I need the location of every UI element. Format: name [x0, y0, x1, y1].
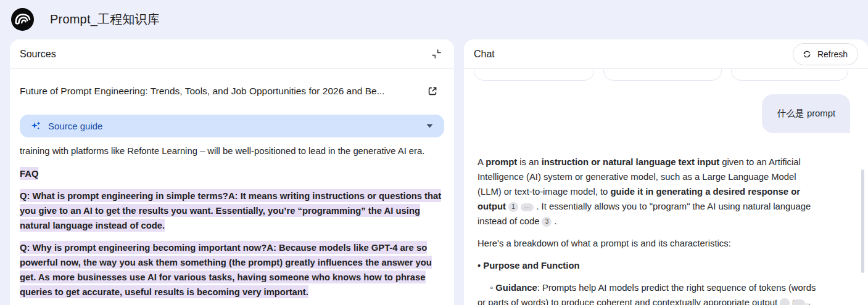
source-document-title: Future of Prompt Engineering: Trends, To…	[20, 86, 385, 97]
response-text: Here's a breakdown of what a prompt is a…	[477, 238, 731, 248]
citation-ellipsis-badge[interactable]: …	[792, 299, 805, 305]
response-text-bold: Purpose and Function	[483, 261, 579, 270]
response-paragraph: A prompt is an instruction or natural la…	[477, 155, 822, 229]
chat-panel-header: Chat Refresh	[464, 39, 868, 69]
response-paragraph: • Purpose and Function	[477, 258, 822, 273]
response-text: is an	[517, 157, 541, 167]
response-text: •	[477, 261, 483, 270]
open-source-button[interactable]	[424, 83, 440, 99]
response-paragraph: ◦ Guidance: Prompts help AI models predi…	[477, 280, 822, 305]
open-in-new-icon	[426, 85, 439, 97]
source-paragraph: Q: What is prompt engineering in simple …	[20, 188, 444, 232]
source-document-row[interactable]: Future of Prompt Engineering: Trends, To…	[20, 83, 440, 99]
source-paragraph: Q: Why is prompt engineering becoming im…	[20, 240, 444, 299]
response-text-bold: instruction or natural language text inp…	[542, 157, 720, 167]
assistant-response: A prompt is an instruction or natural la…	[477, 155, 822, 305]
response-text: ◦	[490, 283, 495, 293]
suggestion-chip[interactable]	[474, 70, 594, 81]
source-paragraph: training with platforms like Refonte Lea…	[20, 144, 444, 158]
chat-scroll-area: 什么是 prompt A prompt is an instruction or…	[464, 70, 868, 305]
sources-panel-header: Sources	[10, 39, 454, 69]
collapse-icon	[431, 48, 442, 60]
suggestion-chips-row	[474, 70, 858, 81]
citation-badge[interactable]: 1	[508, 202, 518, 212]
citation-badge[interactable]: 6	[780, 298, 790, 305]
top-bar: Prompt_工程知识库	[0, 0, 868, 38]
user-message-row: 什么是 prompt	[464, 81, 868, 133]
suggestion-chip[interactable]	[731, 70, 848, 81]
refresh-label: Refresh	[817, 49, 848, 59]
source-paragraph: FAQ	[20, 166, 444, 181]
caret-down-icon	[426, 124, 433, 128]
response-text-bold: Guidance	[495, 283, 537, 293]
spark-icon	[31, 121, 41, 131]
refresh-icon	[802, 49, 812, 59]
chat-panel: Chat Refresh 什么是 prompt A prompt is an i…	[464, 39, 868, 305]
source-guide-button[interactable]: Source guide	[20, 115, 444, 137]
citation-ellipsis-badge[interactable]: …	[521, 203, 534, 211]
refresh-button[interactable]: Refresh	[793, 43, 858, 65]
notebook-title[interactable]: Prompt_工程知识库	[50, 11, 160, 28]
sources-paragraphs: training with platforms like Refonte Lea…	[20, 144, 444, 299]
chat-scrollbar[interactable]	[861, 169, 864, 273]
response-text: .	[805, 298, 810, 305]
notebooklm-logo-icon[interactable]	[11, 8, 34, 31]
chat-panel-title: Chat	[474, 49, 495, 60]
suggestion-chip[interactable]	[603, 70, 722, 81]
collapse-panel-button[interactable]	[428, 46, 444, 62]
response-text-bold: prompt	[486, 157, 517, 167]
user-message-bubble: 什么是 prompt	[762, 94, 850, 133]
response-text: A	[477, 157, 486, 167]
response-paragraph: Here's a breakdown of what a prompt is a…	[477, 236, 822, 251]
sources-panel: Sources Future of Prompt Engineering: Tr…	[10, 39, 454, 305]
sources-panel-title: Sources	[20, 49, 56, 60]
citation-badge[interactable]: 3	[542, 217, 552, 227]
source-guide-label: Source guide	[48, 121, 102, 131]
response-text: .	[552, 216, 556, 226]
